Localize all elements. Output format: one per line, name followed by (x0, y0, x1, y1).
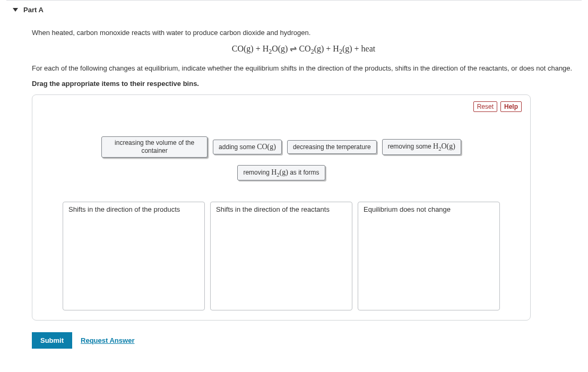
bins-container: Shifts in the direction of the products … (41, 202, 522, 310)
bin-reactants[interactable]: Shifts in the direction of the reactants (210, 202, 352, 310)
request-answer-link[interactable]: Request Answer (81, 336, 134, 344)
help-button[interactable]: Help (500, 101, 522, 112)
item-increase-volume[interactable]: increasing the volume of the container (101, 136, 207, 158)
items-pool: increasing the volume of the container a… (41, 136, 522, 181)
part-header[interactable]: Part A (6, 1, 582, 19)
bin-no-change-title: Equilibrium does not change (358, 202, 499, 215)
item-remove-h2o[interactable]: removing some H2O(g) (382, 139, 461, 155)
reaction-equation: CO(g) + H2O(g) ⇌ CO2(g) + H2(g) + heat (32, 44, 575, 56)
item-decrease-temp[interactable]: decreasing the temperature (287, 140, 377, 154)
drag-instruction: Drag the appropriate items to their resp… (32, 79, 575, 89)
item-remove-h2[interactable]: removing H2(g) as it forms (237, 165, 325, 181)
reset-button[interactable]: Reset (473, 101, 497, 112)
bin-products-title: Shifts in the direction of the products (63, 202, 204, 215)
action-row: Submit Request Answer (32, 332, 575, 349)
collapse-triangle-icon (13, 8, 18, 12)
bin-products[interactable]: Shifts in the direction of the products (63, 202, 205, 310)
bin-no-change[interactable]: Equilibrium does not change (358, 202, 500, 310)
item-add-co[interactable]: adding some CO(g) (213, 140, 282, 154)
activity-toolbar: Reset Help (41, 101, 522, 112)
part-title: Part A (23, 6, 44, 14)
intro-text: When heated, carbon monoxide reacts with… (32, 28, 575, 38)
drag-activity: Reset Help increasing the volume of the … (32, 94, 531, 321)
prompt-text: For each of the following changes at equ… (32, 63, 575, 74)
submit-button[interactable]: Submit (32, 332, 72, 349)
bin-reactants-title: Shifts in the direction of the reactants (211, 202, 352, 215)
